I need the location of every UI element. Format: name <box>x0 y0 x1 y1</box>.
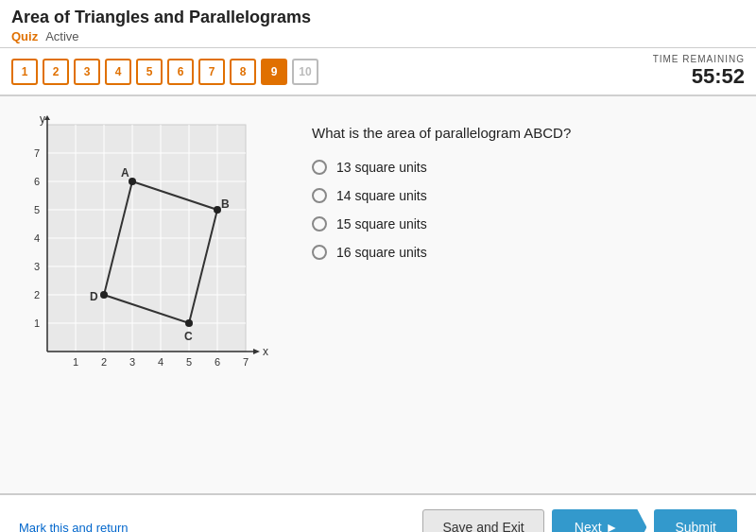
next-arrow-icon: ► <box>606 520 619 532</box>
svg-text:7: 7 <box>34 147 40 159</box>
radio-3[interactable] <box>312 216 327 232</box>
svg-text:1: 1 <box>73 356 78 368</box>
point-a <box>129 178 136 185</box>
question-area: What is the area of parallelogram ABCD? … <box>312 115 737 484</box>
q-num-8[interactable]: 8 <box>230 59 256 85</box>
question-text: What is the area of parallelogram ABCD? <box>312 125 737 141</box>
next-button[interactable]: Next ► <box>552 509 647 532</box>
main-content: x y 1 2 3 4 5 6 7 1 2 3 4 5 6 7 <box>0 96 756 493</box>
point-c <box>185 319 193 327</box>
q-num-4[interactable]: 4 <box>105 59 131 85</box>
q-num-3[interactable]: 3 <box>74 59 100 85</box>
answer-option-2[interactable]: 14 square units <box>312 188 737 203</box>
answer-label-4: 16 square units <box>336 245 427 260</box>
answer-option-1[interactable]: 13 square units <box>312 160 737 175</box>
q-num-5[interactable]: 5 <box>136 59 163 85</box>
svg-text:6: 6 <box>215 356 220 368</box>
answer-option-3[interactable]: 15 square units <box>312 216 737 232</box>
y-axis-label: y <box>40 115 45 126</box>
q-num-9[interactable]: 9 <box>261 59 287 85</box>
point-d <box>100 291 108 299</box>
q-num-7[interactable]: 7 <box>198 59 225 85</box>
q-num-2[interactable]: 2 <box>43 59 69 85</box>
answer-option-4[interactable]: 16 square units <box>312 245 737 260</box>
save-exit-button[interactable]: Save and Exit <box>422 509 543 532</box>
timer-value: 55:52 <box>653 64 745 89</box>
footer: Mark this and return Save and Exit Next … <box>0 493 756 532</box>
svg-text:5: 5 <box>186 356 192 368</box>
quiz-status: Active <box>45 29 78 43</box>
q-num-1[interactable]: 1 <box>11 59 38 85</box>
timer-label: TIME REMAINING <box>653 54 745 64</box>
svg-text:3: 3 <box>129 356 135 368</box>
answer-label-3: 15 square units <box>336 216 427 232</box>
footer-buttons: Save and Exit Next ► Submit <box>422 509 737 532</box>
radio-1[interactable] <box>312 160 327 175</box>
point-b <box>214 206 221 214</box>
svg-text:5: 5 <box>34 204 40 215</box>
svg-text:2: 2 <box>101 356 107 368</box>
answer-label-2: 14 square units <box>336 188 427 203</box>
label-d: D <box>90 290 98 303</box>
svg-text:7: 7 <box>243 356 249 368</box>
page-header: Area of Triangles and Parallelograms Qui… <box>0 0 756 48</box>
mark-return-link[interactable]: Mark this and return <box>19 521 129 533</box>
svg-text:1: 1 <box>34 317 40 329</box>
radio-4[interactable] <box>312 245 327 260</box>
label-b: B <box>221 197 230 211</box>
quiz-label: Quiz <box>11 29 38 43</box>
svg-text:6: 6 <box>34 176 40 187</box>
label-a: A <box>121 166 129 180</box>
graph-area: x y 1 2 3 4 5 6 7 1 2 3 4 5 6 7 <box>19 115 284 484</box>
question-numbers: 1 2 3 4 5 6 7 8 9 10 <box>11 59 318 85</box>
timer-block: TIME REMAINING 55:52 <box>653 54 745 89</box>
page-title: Area of Triangles and Parallelograms <box>11 8 745 27</box>
coordinate-graph: x y 1 2 3 4 5 6 7 1 2 3 4 5 6 7 <box>19 115 274 389</box>
svg-text:3: 3 <box>34 261 40 272</box>
q-num-6[interactable]: 6 <box>167 59 194 85</box>
nav-bar: 1 2 3 4 5 6 7 8 9 10 TIME REMAINING 55:5… <box>0 48 756 96</box>
x-axis-label: x <box>263 345 268 358</box>
svg-text:4: 4 <box>158 356 163 368</box>
svg-text:4: 4 <box>34 232 40 244</box>
q-num-10: 10 <box>292 59 318 85</box>
radio-2[interactable] <box>312 188 327 203</box>
answer-label-1: 13 square units <box>336 160 427 175</box>
submit-button[interactable]: Submit <box>654 509 737 532</box>
label-c: C <box>184 330 193 343</box>
svg-text:2: 2 <box>34 289 40 300</box>
svg-marker-16 <box>253 349 260 354</box>
